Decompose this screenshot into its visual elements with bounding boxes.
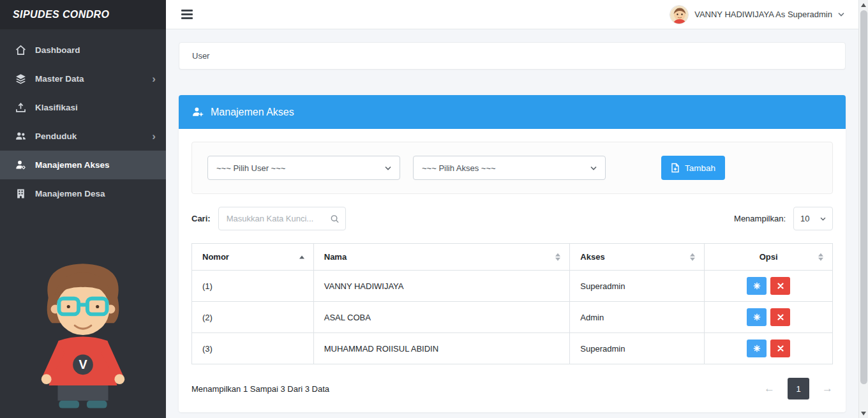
tambah-label: Tambah [685, 163, 715, 173]
pilih-user-value: ~~~ Pilih User ~~~ [216, 163, 285, 173]
filter-box: ~~~ Pilih User ~~~ ~~~ Pilih Akses ~~~ T… [191, 142, 833, 194]
cell-opsi [705, 333, 833, 364]
sidebar-item-manajemen-akses[interactable]: Manajemen Akses [0, 151, 166, 179]
search-row: Cari: Menampilkan: 10 [191, 207, 833, 230]
burst-icon [753, 313, 761, 321]
card-header: Manajemen Akses [179, 95, 846, 129]
users-icon [14, 131, 27, 142]
chevron-down-icon [820, 217, 826, 221]
tambah-button[interactable]: Tambah [661, 156, 725, 180]
cell-nomor: (3) [192, 333, 314, 364]
pilih-akses-select[interactable]: ~~~ Pilih Akses ~~~ [413, 156, 606, 180]
svg-text:V: V [79, 357, 87, 371]
sidebar-item-dashboard[interactable]: Dashboard [0, 36, 166, 64]
sort-icon [818, 253, 823, 261]
delete-access-button[interactable] [770, 340, 790, 357]
brand-title: SIPUDES CONDRO [0, 0, 166, 29]
cell-akses: Admin [570, 302, 705, 333]
cell-nomor: (2) [192, 302, 314, 333]
mascot-illustration: V [29, 258, 137, 413]
cell-nama: MUHAMMAD ROIISUL ABIDIN [313, 333, 570, 364]
cell-nama: VANNY HADIWIJAYA [313, 271, 570, 302]
edit-access-button[interactable] [747, 308, 767, 326]
cell-nomor: (1) [192, 271, 314, 302]
user-cog-icon [14, 160, 27, 170]
sidebar-item-manajemen-desa[interactable]: Manajemen Desa [0, 179, 166, 208]
chevron-right-icon: › [152, 131, 156, 142]
page-1-button[interactable]: 1 [788, 378, 809, 399]
menu-toggle-button[interactable] [180, 7, 194, 22]
search-label: Cari: [191, 214, 211, 223]
edit-access-button[interactable] [747, 277, 767, 295]
delete-access-button[interactable] [770, 308, 790, 326]
sort-asc-icon [299, 255, 304, 258]
cell-nama: ASAL COBA [313, 302, 570, 333]
cell-akses: Superadmin [570, 271, 705, 302]
table-info: Menampilkan 1 Sampai 3 Dari 3 Data [191, 384, 329, 394]
chevron-down-icon [385, 166, 391, 170]
user-name: VANNY HADIWIJAYA As Superadmin [694, 10, 832, 19]
column-header-nomor[interactable]: Nomor [192, 244, 314, 271]
layers-icon [14, 73, 27, 84]
table-header-row: Nomor Nama Akses [192, 244, 833, 271]
content: User Manajemen Akses ~~~ Pilih User ~~~ [166, 29, 858, 418]
cell-opsi [705, 302, 833, 333]
pilih-akses-value: ~~~ Pilih Akses ~~~ [422, 163, 496, 173]
card-body: ~~~ Pilih User ~~~ ~~~ Pilih Akses ~~~ T… [179, 129, 846, 412]
delete-access-button[interactable] [770, 277, 790, 295]
cell-akses: Superadmin [570, 333, 705, 364]
search-input[interactable] [218, 207, 346, 230]
sidebar-item-label: Master Data [35, 74, 84, 84]
cell-opsi [705, 271, 833, 302]
burst-icon [753, 282, 761, 290]
building-icon [14, 188, 27, 199]
table-footer: Menampilkan 1 Sampai 3 Dari 3 Data ← 1 → [191, 378, 833, 399]
sidebar-item-penduduk[interactable]: Penduduk › [0, 122, 166, 151]
close-icon [777, 345, 784, 352]
main-area: VANNY HADIWIJAYA As Superadmin User Mana… [166, 0, 858, 418]
avatar [670, 5, 689, 24]
app-window: SIPUDES CONDRO Dashboard Master Data › [0, 0, 868, 418]
chevron-right-icon: › [152, 73, 156, 84]
prev-page-button[interactable]: ← [764, 382, 775, 395]
next-page-button[interactable]: → [822, 382, 833, 395]
home-icon [14, 45, 27, 56]
sidebar-item-label: Dashboard [35, 45, 80, 55]
user-menu[interactable]: VANNY HADIWIJAYA As Superadmin [670, 5, 844, 24]
column-header-akses[interactable]: Akses [570, 244, 705, 271]
table-row: (3) MUHAMMAD ROIISUL ABIDIN Superadmin [192, 333, 833, 364]
topbar: VANNY HADIWIJAYA As Superadmin [166, 0, 858, 29]
sidebar-item-label: Klasifikasi [35, 103, 78, 112]
table-row: (1) VANNY HADIWIJAYA Superadmin [192, 271, 833, 302]
column-header-opsi[interactable]: Opsi [705, 244, 833, 271]
users-cog-icon [192, 107, 204, 117]
sidebar: SIPUDES CONDRO Dashboard Master Data › [0, 0, 166, 418]
page-size-value: 10 [800, 214, 809, 223]
scroll-up-button[interactable] [859, 0, 868, 10]
scroll-down-button[interactable] [859, 408, 868, 418]
scrollbar[interactable] [858, 0, 868, 418]
pagination: ← 1 → [764, 378, 833, 399]
page-size-select[interactable]: 10 [793, 207, 833, 230]
sort-icon [555, 253, 560, 261]
file-plus-icon [671, 163, 680, 173]
edit-access-button[interactable] [747, 340, 767, 357]
search-icon [330, 214, 340, 223]
pilih-user-select[interactable]: ~~~ Pilih User ~~~ [207, 156, 400, 180]
breadcrumb: User [179, 42, 846, 70]
sidebar-item-master-data[interactable]: Master Data › [0, 64, 166, 93]
manajemen-akses-card: Manajemen Akses ~~~ Pilih User ~~~ ~~~ P… [179, 95, 846, 412]
card-title: Manajemen Akses [211, 107, 294, 118]
scrollbar-thumb[interactable] [860, 10, 867, 384]
sidebar-item-label: Manajemen Akses [35, 160, 110, 170]
close-icon [777, 283, 784, 289]
breadcrumb-label: User [192, 51, 209, 61]
sidebar-item-label: Manajemen Desa [35, 189, 105, 198]
chevron-down-icon [590, 166, 597, 170]
table-row: (2) ASAL COBA Admin [192, 302, 833, 333]
sidebar-item-label: Penduduk [35, 131, 77, 141]
close-icon [777, 314, 784, 320]
sidebar-item-klasifikasi[interactable]: Klasifikasi [0, 93, 166, 122]
column-header-nama[interactable]: Nama [313, 244, 570, 271]
chevron-down-icon [838, 12, 844, 17]
